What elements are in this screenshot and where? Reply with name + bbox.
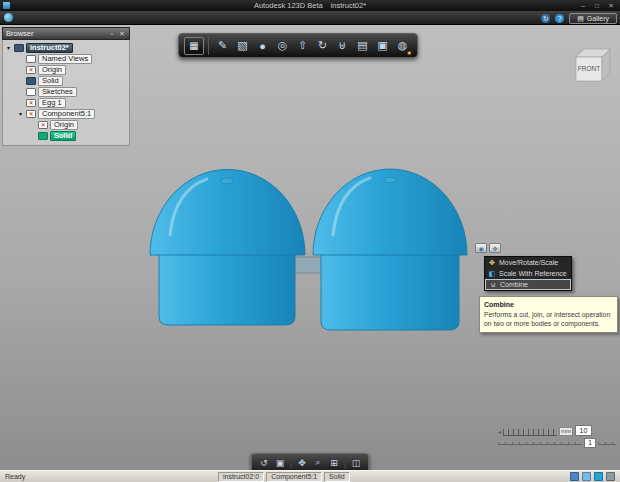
gallery-icon: ▤ <box>577 14 584 23</box>
expand-arrow-icon[interactable]: ▾ <box>5 44 12 51</box>
minimize-button[interactable]: – <box>578 2 588 10</box>
move-mini-button[interactable]: ✥ <box>489 243 501 253</box>
help-icon[interactable]: ? <box>555 14 564 23</box>
tooltip-title: Combine <box>484 300 613 309</box>
gallery-button[interactable]: ▤ Gallery <box>569 13 617 24</box>
view-cube-nav-icon[interactable]: ▣ <box>273 456 288 469</box>
browser-item-sketches[interactable]: . Sketches <box>5 86 127 97</box>
revolve-button[interactable]: ↻ <box>313 37 332 55</box>
material-button[interactable]: ◍★ <box>393 37 412 55</box>
menu-item-move-rotate-scale[interactable]: ✥ Move/Rotate/Scale <box>485 257 571 268</box>
browser-item-label[interactable]: Component5:1 <box>38 109 95 119</box>
box-primitive-button[interactable]: ▧ <box>233 37 252 55</box>
zoom-icon[interactable]: ⌕ <box>311 456 326 469</box>
browser-item-solid[interactable]: Solid <box>5 75 127 86</box>
status-component-segment: Component5:1 <box>266 472 322 482</box>
maximize-button[interactable]: □ <box>592 2 602 10</box>
pattern-button[interactable]: ▤ <box>353 37 372 55</box>
ruler-sub-value[interactable]: 1 <box>584 438 596 448</box>
hidden-eye-icon[interactable]: ✕ <box>26 99 36 107</box>
pivot-mini-button[interactable]: ◉ <box>475 243 487 253</box>
browser-item-origin[interactable]: ✕ Origin <box>5 64 127 75</box>
hidden-eye-icon[interactable]: ✕ <box>26 66 36 74</box>
model-bodies[interactable] <box>145 165 475 340</box>
app-title: Autodesk 123D Beta <box>254 1 323 10</box>
status-indicator-icon[interactable] <box>582 472 591 481</box>
menu-item-scale-with-reference[interactable]: ◧ Scale With Reference <box>485 268 571 279</box>
cylinder-icon: ◎ <box>278 39 288 52</box>
view-cube[interactable]: FRONT <box>568 45 612 89</box>
browser-panel: Browser ▫ ✕ ▾ instruct02* . Named Views … <box>2 27 130 146</box>
sketch-icon: ✎ <box>218 39 227 52</box>
sketch-button[interactable]: ✎ <box>213 37 232 55</box>
box-icon: ▧ <box>237 39 247 52</box>
browser-item-component-origin[interactable]: ✕ Origin <box>5 119 127 130</box>
egg-body-left[interactable] <box>150 169 305 325</box>
named-views-node-icon: . <box>26 55 36 63</box>
browser-item-label[interactable]: Origin <box>50 120 78 130</box>
browser-close-icon[interactable]: ✕ <box>118 30 126 38</box>
status-indicator-icon[interactable] <box>570 472 579 481</box>
hidden-eye-icon[interactable]: ✕ <box>38 121 48 129</box>
connector-cylinder[interactable] <box>293 257 325 273</box>
status-indicator-icon[interactable] <box>594 472 603 481</box>
app-icon <box>3 2 10 9</box>
combine-button[interactable]: ⊎ <box>333 37 352 55</box>
app-window: Autodesk 123D Betainstruct02* – □ ✕ ↻ ? … <box>0 0 620 482</box>
mini-manipulator-toolbar: ◉ ✥ <box>475 243 501 253</box>
browser-tree: ▾ instruct02* . Named Views ✕ Origin Sol… <box>2 40 130 146</box>
pan-icon[interactable]: ✥ <box>295 456 310 469</box>
primitives-menu-button[interactable]: ▦ <box>184 37 204 55</box>
document-node-icon <box>14 44 24 52</box>
browser-pin-icon[interactable]: ▫ <box>108 30 116 37</box>
status-body-segment: Solid <box>324 472 350 482</box>
browser-item-component[interactable]: ▾ ✕ Component5:1 <box>5 108 127 119</box>
sphere-icon: ● <box>259 40 266 52</box>
scale-ruler[interactable]: ◂ mm 10 1 <box>498 424 616 448</box>
browser-item-root[interactable]: ▾ instruct02* <box>5 42 127 53</box>
status-ready-label: Ready <box>0 473 218 480</box>
egg-body-right[interactable] <box>313 169 467 330</box>
browser-item-label[interactable]: instruct02* <box>26 43 73 53</box>
browser-item-label[interactable]: Solid <box>38 76 63 86</box>
expand-arrow-icon[interactable]: ▾ <box>17 110 24 117</box>
extrude-button[interactable]: ⇧ <box>293 37 312 55</box>
display-settings-icon[interactable]: ◫ <box>349 456 364 469</box>
browser-item-egg[interactable]: ✕ Egg 1 <box>5 97 127 108</box>
menu-item-label: Combine <box>500 281 528 288</box>
hidden-eye-icon[interactable]: ✕ <box>26 110 36 118</box>
group-button[interactable]: ▣ <box>373 37 392 55</box>
ruler-value[interactable]: 10 <box>575 425 592 436</box>
browser-item-named-views[interactable]: . Named Views <box>5 53 127 64</box>
status-indicator-icon[interactable] <box>606 472 615 481</box>
sync-icon[interactable]: ↻ <box>541 14 550 23</box>
gallery-label: Gallery <box>587 14 609 23</box>
ruler-unit: mm <box>559 427 573 436</box>
ruler-arrow-icon[interactable]: ◂ <box>498 428 501 436</box>
browser-item-label[interactable]: Solid <box>50 131 76 141</box>
autodesk-logo-icon[interactable] <box>4 13 13 22</box>
browser-item-label[interactable]: Named Views <box>38 54 92 64</box>
extrude-icon: ⇧ <box>298 39 307 52</box>
menu-item-combine[interactable]: ⊎ Combine <box>485 279 571 290</box>
combine-tooltip: Combine Performs a cut, join, or interse… <box>479 296 618 333</box>
selected-solid-node-icon <box>38 132 48 140</box>
browser-item-component-solid-selected[interactable]: Solid <box>5 130 127 141</box>
fit-view-icon[interactable]: ⊞ <box>327 456 342 469</box>
ruler-ticks[interactable] <box>503 429 557 436</box>
browser-item-label[interactable]: Sketches <box>38 87 77 97</box>
toolbar-separator <box>208 37 209 55</box>
sphere-primitive-button[interactable]: ● <box>253 37 272 55</box>
move-rotate-scale-icon: ✥ <box>488 259 496 267</box>
view-cube-graphic[interactable]: FRONT <box>568 45 612 89</box>
browser-header[interactable]: Browser ▫ ✕ <box>2 27 130 40</box>
orbit-icon[interactable]: ↺ <box>257 456 272 469</box>
close-button[interactable]: ✕ <box>606 2 616 10</box>
browser-item-label[interactable]: Egg 1 <box>38 98 66 108</box>
pattern-icon: ▤ <box>357 39 367 52</box>
title-bar: Autodesk 123D Betainstruct02* – □ ✕ <box>0 0 620 11</box>
view-cube-face-label[interactable]: FRONT <box>578 65 600 72</box>
browser-item-label[interactable]: Origin <box>38 65 66 75</box>
cylinder-primitive-button[interactable]: ◎ <box>273 37 292 55</box>
menu-bar: ↻ ? ▤ Gallery <box>0 11 620 25</box>
